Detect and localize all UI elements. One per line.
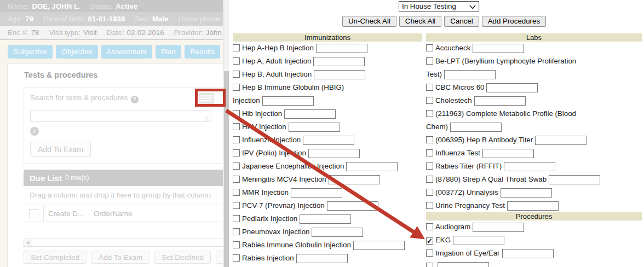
checkbox-hep-a-adult-injection[interactable] bbox=[233, 57, 240, 65]
category-select[interactable]: In House Testing bbox=[399, 1, 479, 11]
check-all-button[interactable]: Check All bbox=[399, 16, 441, 27]
value-input[interactable] bbox=[453, 236, 504, 245]
procedure-row-item bbox=[426, 260, 642, 267]
checkbox-irrigation-of-eye-ear[interactable] bbox=[426, 249, 433, 257]
label-and-input: Injection bbox=[286, 44, 367, 52]
value-input[interactable] bbox=[535, 136, 586, 145]
checkbox-hep-b-adult-injection[interactable] bbox=[233, 71, 240, 78]
checkbox-hep-a-hep-b-injection[interactable] bbox=[233, 44, 240, 51]
value-input[interactable] bbox=[501, 188, 552, 198]
checkbox-211963-complete-metabolic-profile-blood-chem[interactable] bbox=[426, 110, 433, 117]
checkbox-japanese-encephalitis-injection[interactable] bbox=[233, 162, 240, 170]
help-icon[interactable]: ? bbox=[131, 96, 139, 103]
scrollbar-track[interactable] bbox=[32, 239, 223, 246]
value-input[interactable] bbox=[316, 44, 367, 53]
value-input[interactable] bbox=[474, 96, 526, 106]
value-input[interactable] bbox=[314, 70, 365, 79]
column-header-ordername[interactable]: OrderName bbox=[89, 210, 224, 218]
value-input[interactable] bbox=[313, 57, 365, 66]
checkbox-ekg[interactable]: ✓ bbox=[426, 237, 433, 245]
value-input[interactable] bbox=[296, 254, 348, 263]
scroll-left-icon[interactable]: ◄ bbox=[24, 240, 32, 245]
procedure-row-ipv-polio-injection: IPV (Polio) Injection bbox=[233, 147, 422, 160]
value-input[interactable] bbox=[353, 241, 405, 250]
checkbox-rabies-titer-rffit[interactable] bbox=[426, 162, 433, 170]
checkbox-mmr-injection[interactable] bbox=[233, 189, 240, 196]
value-input[interactable] bbox=[327, 201, 378, 211]
value-input[interactable] bbox=[502, 249, 554, 258]
value-input[interactable] bbox=[473, 44, 524, 53]
value-input[interactable] bbox=[473, 223, 524, 232]
value-input[interactable] bbox=[482, 149, 534, 158]
checkbox-rabies-injection[interactable] bbox=[233, 254, 240, 262]
list-view-icon[interactable] bbox=[198, 92, 215, 105]
field-label: Age: bbox=[8, 15, 22, 23]
tab-objective[interactable]: Objective bbox=[56, 45, 97, 59]
checkbox-pediarix-injection[interactable] bbox=[233, 215, 240, 222]
checkbox-audiogram[interactable] bbox=[426, 223, 433, 230]
set-completed-button[interactable]: Set Completed bbox=[24, 251, 87, 264]
value-input[interactable] bbox=[284, 109, 336, 119]
checkbox-ipv-polio-injection[interactable] bbox=[233, 149, 240, 156]
checkbox-cbc-micros-60[interactable] bbox=[426, 84, 433, 91]
value-input[interactable] bbox=[504, 162, 555, 171]
page-scrollbar[interactable] bbox=[223, 0, 229, 267]
value-input[interactable] bbox=[329, 175, 380, 184]
checkbox-pcv-7-prevnar-injection[interactable] bbox=[233, 202, 240, 209]
select-all-checkbox[interactable] bbox=[29, 209, 38, 218]
add-procedures-button[interactable]: Add Procedures bbox=[482, 16, 546, 27]
value-input[interactable] bbox=[438, 262, 489, 267]
label-and-input: Injection bbox=[233, 96, 314, 105]
label-and-input: Injection bbox=[279, 149, 360, 157]
checkbox-urine-pregnancy-test[interactable] bbox=[426, 202, 433, 209]
value-input[interactable] bbox=[308, 149, 360, 158]
checkbox-item[interactable] bbox=[426, 263, 433, 267]
value-input[interactable] bbox=[289, 123, 340, 132]
checkbox-hpv-injection[interactable] bbox=[233, 123, 240, 130]
tab-subjective[interactable]: Subjective bbox=[8, 45, 53, 59]
checkbox-003772-urinalysis[interactable] bbox=[426, 189, 433, 196]
cancel-button[interactable]: Cancel bbox=[444, 16, 479, 27]
checkbox-87880-strep-a-qual-throat-swab[interactable] bbox=[426, 176, 433, 183]
value-input[interactable] bbox=[486, 83, 538, 92]
value-input[interactable] bbox=[444, 70, 496, 79]
add-to-exam-button[interactable]: Add To Exam bbox=[30, 142, 91, 157]
tab-plan[interactable]: Plan bbox=[156, 45, 181, 59]
un-check-all-button[interactable]: Un-Check All bbox=[342, 16, 396, 27]
value-input[interactable] bbox=[346, 162, 398, 171]
checkbox-cholestech[interactable] bbox=[426, 97, 433, 104]
tests-procedures-card: Tests & procedures Search for tests & pr… bbox=[7, 63, 224, 267]
value-input[interactable] bbox=[262, 96, 314, 106]
value-input[interactable] bbox=[303, 136, 354, 145]
checkbox-be-lpt-beryllium-lymphocyte-proliferation-test[interactable] bbox=[426, 57, 433, 65]
patient-field-date-of-birth: Date of birth:01-01-1939 bbox=[43, 15, 125, 23]
horizontal-scrollbar[interactable]: ◄ bbox=[24, 239, 224, 247]
column-header-create-date[interactable]: Create D... bbox=[43, 205, 89, 222]
checkbox-rabies-immune-globulin-injection[interactable] bbox=[233, 241, 240, 248]
checkbox-hib-injection[interactable] bbox=[233, 110, 240, 117]
checkbox-influenza-injection[interactable] bbox=[233, 136, 240, 143]
value-input[interactable] bbox=[312, 228, 363, 237]
procedure-row-211963-complete-metabolic-profile-blood-chem: (211963) Complete Metabolic Profile (Blo… bbox=[426, 107, 642, 134]
value-input[interactable] bbox=[549, 175, 600, 184]
checkbox-pneumovax-injection[interactable] bbox=[233, 228, 240, 235]
value-input[interactable] bbox=[450, 123, 502, 132]
checkbox-006395-hep-b-antibody-titer[interactable] bbox=[426, 136, 433, 143]
label-and-input: Audiogram bbox=[435, 223, 524, 231]
checkbox-influenza-test[interactable] bbox=[426, 149, 433, 156]
tests-search-input[interactable] bbox=[30, 111, 211, 122]
page-scrollbar-thumb[interactable] bbox=[224, 71, 229, 267]
category-select-value: In House Testing bbox=[402, 2, 456, 10]
value-input[interactable] bbox=[291, 188, 342, 198]
value-input[interactable] bbox=[300, 214, 351, 224]
plus-icon[interactable]: + bbox=[30, 127, 39, 136]
tab-assessment[interactable]: Assessment bbox=[101, 45, 153, 59]
checkbox-meningitis-mcv4-injection[interactable] bbox=[233, 176, 240, 183]
add-to-exam-button[interactable]: Add To Exam bbox=[91, 251, 150, 264]
set-declined-button[interactable]: Set Declined bbox=[154, 251, 211, 264]
checkbox-hep-b-immune-globulin-hbig-injection[interactable] bbox=[233, 84, 240, 91]
checkbox-accucheck[interactable] bbox=[426, 44, 433, 51]
tab-results[interactable]: Results bbox=[185, 45, 220, 59]
due-list: Due List 0 row(s) Drag a column and drop… bbox=[24, 170, 224, 264]
value-input[interactable] bbox=[507, 201, 559, 211]
